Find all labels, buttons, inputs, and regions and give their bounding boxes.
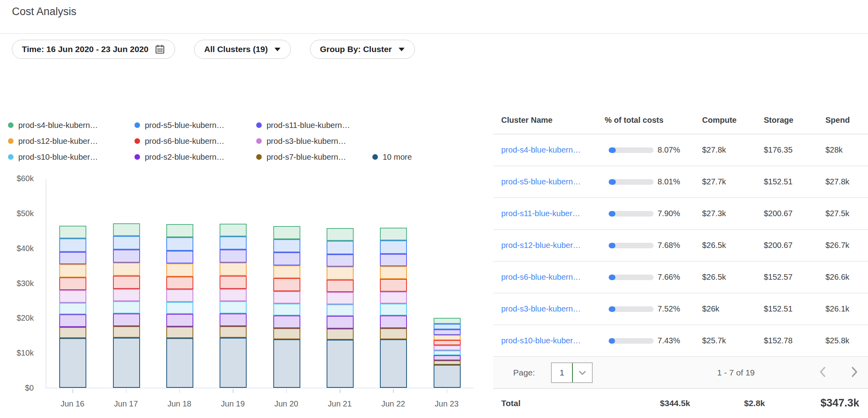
- bar-segment[interactable]: [113, 276, 140, 288]
- bar-segment[interactable]: [59, 277, 86, 290]
- bar-jun-18[interactable]: [166, 224, 193, 388]
- bar-segment[interactable]: [273, 265, 300, 278]
- legend-item[interactable]: prod-s5-blue-kubern…: [134, 121, 256, 130]
- bar-segment[interactable]: [220, 276, 247, 288]
- bar-segment[interactable]: [273, 278, 300, 291]
- legend-item[interactable]: prod-s2-blue-kubern…: [134, 153, 256, 162]
- page-select[interactable]: 1: [551, 362, 593, 383]
- legend-item[interactable]: prod-s7-blue-kubern…: [256, 153, 372, 162]
- bar-segment[interactable]: [166, 327, 193, 338]
- bar-segment[interactable]: [59, 290, 86, 303]
- bar-segment[interactable]: [380, 254, 407, 267]
- bar-segment[interactable]: [434, 329, 461, 335]
- legend-item[interactable]: 10 more: [372, 153, 412, 162]
- legend-item[interactable]: prod-s3-blue-kubern…: [256, 137, 372, 146]
- bar-segment[interactable]: [113, 338, 140, 388]
- bar-segment[interactable]: [380, 339, 407, 388]
- bar-segment[interactable]: [380, 315, 407, 328]
- bar-segment[interactable]: [434, 365, 461, 388]
- legend-item[interactable]: prod-s4-blue-kubern…: [8, 121, 134, 130]
- bar-segment[interactable]: [220, 250, 247, 262]
- bar-segment[interactable]: [273, 226, 300, 239]
- bar-segment[interactable]: [166, 314, 193, 327]
- time-filter-pill[interactable]: Time: 16 Jun 2020 - 23 Jun 2020: [12, 40, 175, 59]
- bar-segment[interactable]: [434, 335, 461, 340]
- bar-segment[interactable]: [113, 236, 140, 250]
- bar-segment[interactable]: [113, 223, 140, 236]
- bar-segment[interactable]: [327, 241, 354, 254]
- bar-segment[interactable]: [273, 304, 300, 315]
- bar-segment[interactable]: [327, 280, 354, 292]
- groupby-filter-pill[interactable]: Group By: Cluster: [310, 40, 415, 59]
- bar-segment[interactable]: [327, 340, 354, 388]
- bar-segment[interactable]: [380, 304, 407, 315]
- bar-segment[interactable]: [220, 314, 247, 326]
- next-page-button[interactable]: [847, 357, 862, 388]
- bar-segment[interactable]: [166, 338, 193, 388]
- legend-item[interactable]: prod-s12-blue-kuber…: [8, 137, 134, 146]
- bar-jun-19[interactable]: [220, 224, 247, 388]
- bar-segment[interactable]: [113, 289, 140, 302]
- bar-segment[interactable]: [327, 316, 354, 329]
- bar-segment[interactable]: [273, 291, 300, 304]
- bar-segment[interactable]: [59, 338, 86, 388]
- bar-segment[interactable]: [59, 264, 86, 277]
- bar-segment[interactable]: [59, 226, 86, 238]
- bar-jun-20[interactable]: [273, 226, 300, 388]
- bar-segment[interactable]: [380, 228, 407, 240]
- cluster-link[interactable]: prod-s4-blue-kubern…: [501, 145, 581, 155]
- bar-jun-22[interactable]: [380, 228, 407, 388]
- bar-segment[interactable]: [434, 360, 461, 365]
- bar-segment[interactable]: [166, 251, 193, 263]
- bar-segment[interactable]: [273, 328, 300, 339]
- bar-segment[interactable]: [220, 289, 247, 302]
- bar-segment[interactable]: [327, 267, 354, 279]
- bar-segment[interactable]: [327, 228, 354, 241]
- cluster-link[interactable]: prod-s11-blue-kuber…: [501, 209, 580, 218]
- bar-segment[interactable]: [113, 263, 140, 276]
- bar-segment[interactable]: [434, 345, 461, 350]
- bar-segment[interactable]: [273, 315, 300, 328]
- bar-segment[interactable]: [220, 224, 247, 236]
- bar-segment[interactable]: [59, 314, 86, 327]
- bar-segment[interactable]: [327, 254, 354, 267]
- bar-segment[interactable]: [380, 328, 407, 339]
- cluster-link[interactable]: prod-s10-blue-kuber…: [501, 336, 581, 345]
- bar-segment[interactable]: [166, 237, 193, 251]
- bar-segment[interactable]: [220, 263, 247, 276]
- bar-segment[interactable]: [327, 329, 354, 340]
- cluster-link[interactable]: prod-s12-blue-kuber…: [501, 241, 581, 250]
- bar-segment[interactable]: [327, 292, 354, 304]
- bar-segment[interactable]: [273, 339, 300, 388]
- bar-segment[interactable]: [166, 277, 193, 289]
- bar-segment[interactable]: [220, 236, 247, 250]
- bar-jun-16[interactable]: [59, 226, 86, 388]
- bar-segment[interactable]: [434, 318, 461, 324]
- bar-segment[interactable]: [59, 327, 86, 338]
- prev-page-button[interactable]: [815, 357, 831, 388]
- bar-segment[interactable]: [59, 303, 86, 314]
- legend-item[interactable]: prod-s6-blue-kubern…: [134, 137, 256, 146]
- cluster-link[interactable]: prod-s5-blue-kubern…: [501, 177, 581, 186]
- bar-segment[interactable]: [166, 289, 193, 302]
- bar-segment[interactable]: [113, 314, 140, 326]
- bar-segment[interactable]: [166, 224, 193, 237]
- legend-item[interactable]: prod-s11-blue-kubern…: [256, 121, 372, 130]
- bar-segment[interactable]: [220, 301, 247, 314]
- legend-item[interactable]: prod-s10-blue-kuber…: [8, 153, 134, 162]
- bar-segment[interactable]: [327, 304, 354, 316]
- bar-segment[interactable]: [380, 292, 407, 304]
- bar-segment[interactable]: [434, 350, 461, 355]
- bar-segment[interactable]: [380, 279, 407, 292]
- bar-segment[interactable]: [59, 252, 86, 265]
- bar-jun-17[interactable]: [113, 223, 140, 388]
- bar-jun-23[interactable]: [434, 318, 461, 388]
- bar-segment[interactable]: [59, 238, 86, 252]
- clusters-filter-pill[interactable]: All Clusters (19): [194, 40, 291, 59]
- bar-segment[interactable]: [166, 302, 193, 314]
- bar-segment[interactable]: [273, 239, 300, 252]
- bar-segment[interactable]: [220, 338, 247, 388]
- bar-segment[interactable]: [113, 250, 140, 262]
- bar-segment[interactable]: [380, 266, 407, 279]
- cluster-link[interactable]: prod-s6-blue-kubern…: [501, 273, 581, 282]
